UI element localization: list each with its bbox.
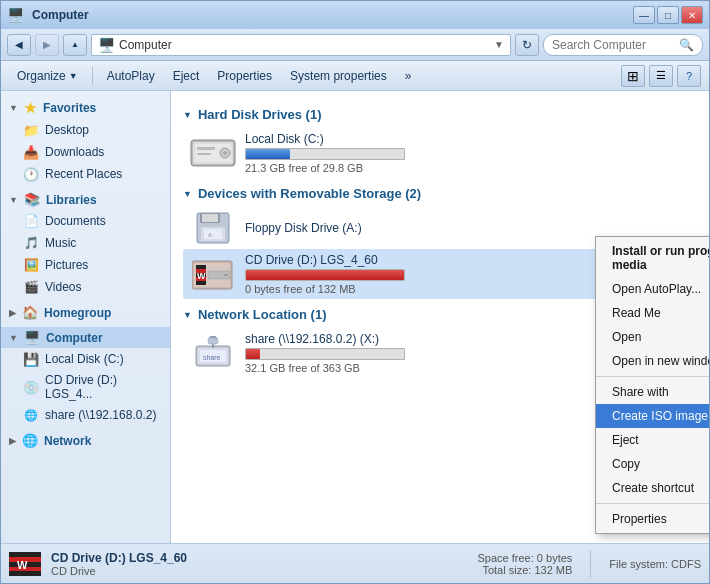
network-header[interactable]: ▶ 🌐 Network <box>1 430 170 451</box>
sidebar-item-desktop[interactable]: 📁 Desktop <box>1 119 170 141</box>
computer-label: Computer <box>46 331 103 345</box>
network-expand-icon: ▶ <box>9 436 16 446</box>
removable-section-triangle: ▼ <box>183 189 192 199</box>
help-button[interactable]: ? <box>677 65 701 87</box>
sidebar-item-music[interactable]: 🎵 Music <box>1 232 170 254</box>
svg-rect-21 <box>224 274 228 276</box>
ctx-item-create-iso[interactable]: Create ISO image <box>596 404 709 428</box>
ctx-item-open[interactable]: Open <box>596 325 709 349</box>
ctx-install-label: Install or run program from your media <box>612 244 709 272</box>
sidebar-item-desktop-label: Desktop <box>45 123 89 137</box>
ctx-item-copy[interactable]: Copy <box>596 452 709 476</box>
address-icon: 🖥️ <box>98 37 115 53</box>
address-dropdown-arrow[interactable]: ▼ <box>494 39 504 50</box>
computer-section: ▼ 🖥️ Computer 💾 Local Disk (C:) 💿 CD Dri… <box>1 327 170 426</box>
view-options-button[interactable]: ⊞ <box>621 65 645 87</box>
close-button[interactable]: ✕ <box>681 6 703 24</box>
sidebar-item-downloads[interactable]: 📥 Downloads <box>1 141 170 163</box>
ctx-item-create-shortcut[interactable]: Create shortcut <box>596 476 709 500</box>
address-bar: ◀ ▶ ▲ 🖥️ Computer ▼ ↻ 🔍 <box>1 29 709 61</box>
ctx-create-shortcut-label: Create shortcut <box>612 481 694 495</box>
back-button[interactable]: ◀ <box>7 34 31 56</box>
ctx-readme-label: Read Me <box>612 306 661 320</box>
organize-button[interactable]: Organize ▼ <box>9 64 86 88</box>
status-space-free: Space free: 0 bytes <box>478 552 573 564</box>
sidebar-item-network-share[interactable]: 🌐 share (\\192.168.0.2) <box>1 404 170 426</box>
sidebar-item-documents[interactable]: 📄 Documents <box>1 210 170 232</box>
more-button[interactable]: » <box>397 64 420 88</box>
network-section: ▶ 🌐 Network <box>1 430 170 451</box>
sidebar-item-pictures[interactable]: 🖼️ Pictures <box>1 254 170 276</box>
network-share-icon: 🌐 <box>23 407 39 423</box>
up-button[interactable]: ▲ <box>63 34 87 56</box>
ctx-properties-label: Properties <box>612 512 667 526</box>
properties-button[interactable]: Properties <box>209 64 280 88</box>
libraries-header[interactable]: ▼ 📚 Libraries <box>1 189 170 210</box>
svg-rect-27 <box>208 338 218 344</box>
svg-rect-5 <box>197 147 215 150</box>
search-input[interactable] <box>552 38 675 52</box>
local-disk-c-size: 21.3 GB free of 29.8 GB <box>245 162 691 174</box>
favorites-header[interactable]: ▼ ★ Favorites <box>1 97 170 119</box>
floppy-name: Floppy Disk Drive (A:) <box>245 221 691 235</box>
network-label: Network <box>44 434 91 448</box>
ctx-item-share-with[interactable]: Share with ▶ <box>596 380 709 404</box>
ctx-item-autoplay[interactable]: Open AutoPlay... <box>596 277 709 301</box>
view-toggle-button[interactable]: ☰ <box>649 65 673 87</box>
videos-icon: 🎬 <box>23 279 39 295</box>
address-box[interactable]: 🖥️ Computer ▼ <box>91 34 511 56</box>
window-controls: — □ ✕ <box>633 6 703 24</box>
status-separator <box>590 550 591 578</box>
ctx-item-open-new-window[interactable]: Open in new window <box>596 349 709 373</box>
sidebar-item-downloads-label: Downloads <box>45 145 104 159</box>
sidebar-item-local-disk[interactable]: 💾 Local Disk (C:) <box>1 348 170 370</box>
hard-disk-icon <box>189 136 237 170</box>
cd-drive-icon-area: W <box>189 255 237 293</box>
refresh-button[interactable]: ↻ <box>515 34 539 56</box>
toolbar-right: ⊞ ☰ ? <box>621 65 701 87</box>
sidebar-item-videos[interactable]: 🎬 Videos <box>1 276 170 298</box>
local-disk-c-icon-area <box>189 136 237 170</box>
documents-icon: 📄 <box>23 213 39 229</box>
autoplay-button[interactable]: AutoPlay <box>99 64 163 88</box>
svg-rect-9 <box>202 214 218 222</box>
cd-drive-progress-bar <box>246 270 404 280</box>
hdd-section-triangle: ▼ <box>183 110 192 120</box>
removable-section-title: Devices with Removable Storage (2) <box>198 186 421 201</box>
eject-button[interactable]: Eject <box>165 64 208 88</box>
homegroup-section: ▶ 🏠 Homegroup <box>1 302 170 323</box>
favorites-expand-icon: ▼ <box>9 103 18 113</box>
computer-header[interactable]: ▼ 🖥️ Computer <box>1 327 170 348</box>
floppy-info: Floppy Disk Drive (A:) <box>245 221 691 235</box>
maximize-button[interactable]: □ <box>657 6 679 24</box>
window-title: Computer <box>28 8 629 22</box>
svg-rect-6 <box>197 153 211 155</box>
sidebar-item-recent-places[interactable]: 🕐 Recent Places <box>1 163 170 185</box>
ctx-item-eject[interactable]: Eject <box>596 428 709 452</box>
ctx-item-readme[interactable]: Read Me <box>596 301 709 325</box>
local-disk-c-item[interactable]: Local Disk (C:) 21.3 GB free of 29.8 GB <box>183 128 697 178</box>
minimize-button[interactable]: — <box>633 6 655 24</box>
recent-places-icon: 🕐 <box>23 166 39 182</box>
system-properties-button[interactable]: System properties <box>282 64 395 88</box>
floppy-icon-area: A: <box>189 211 237 245</box>
organize-label: Organize <box>17 69 66 83</box>
svg-text:W: W <box>197 271 206 281</box>
cd-drive-icon: 💿 <box>23 379 39 395</box>
sidebar-item-videos-label: Videos <box>45 280 81 294</box>
forward-button[interactable]: ▶ <box>35 34 59 56</box>
favorites-star-icon: ★ <box>24 100 37 116</box>
sidebar-item-cd-drive[interactable]: 💿 CD Drive (D:) LGS_4... <box>1 370 170 404</box>
computer-icon: 🖥️ <box>24 330 40 345</box>
sidebar-item-documents-label: Documents <box>45 214 106 228</box>
svg-text:W: W <box>17 559 28 571</box>
ctx-item-install[interactable]: Install or run program from your media <box>596 239 709 277</box>
favorites-section: ▼ ★ Favorites 📁 Desktop 📥 Downloads 🕐 Re… <box>1 97 170 185</box>
ctx-open-label: Open <box>612 330 641 344</box>
main-area: ▼ ★ Favorites 📁 Desktop 📥 Downloads 🕐 Re… <box>1 91 709 543</box>
network-section-title: Network Location (1) <box>198 307 327 322</box>
ctx-item-properties[interactable]: Properties <box>596 507 709 531</box>
content-area: ▼ Hard Disk Drives (1) <box>171 91 709 543</box>
homegroup-header[interactable]: ▶ 🏠 Homegroup <box>1 302 170 323</box>
search-box: 🔍 <box>543 34 703 56</box>
